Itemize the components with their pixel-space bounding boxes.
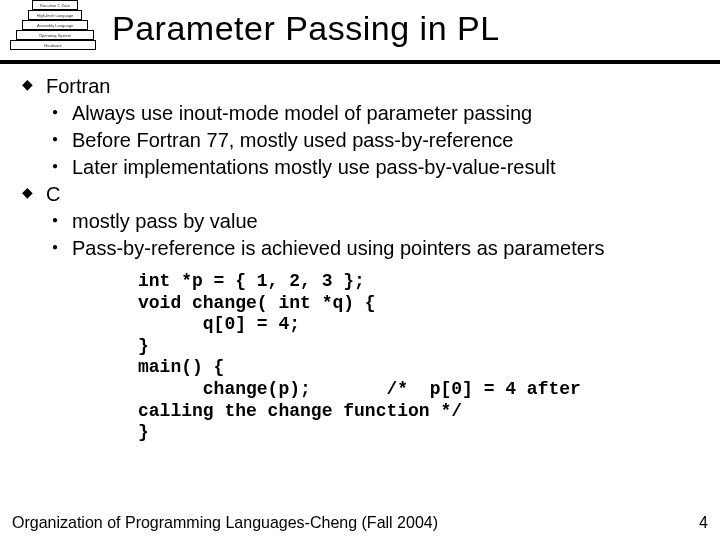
sub-bullet: Always use inout-mode model of parameter…	[46, 101, 702, 126]
bullet-list: Fortran Always use inout-mode model of p…	[18, 74, 702, 261]
bullet-c: C mostly pass by value Pass-by-reference…	[18, 182, 702, 261]
logo-layer-5: Hardware	[10, 40, 96, 50]
bullet-label: C	[46, 183, 60, 205]
bullet-label: Fortran	[46, 75, 110, 97]
slide-footer: Organization of Programming Languages-Ch…	[12, 514, 438, 532]
sub-bullet: Later implementations mostly use pass-by…	[46, 155, 702, 180]
sub-list: mostly pass by value Pass-by-reference i…	[46, 209, 702, 261]
code-block: int *p = { 1, 2, 3 }; void change( int *…	[18, 271, 702, 444]
sub-bullet: mostly pass by value	[46, 209, 702, 234]
sub-list: Always use inout-mode model of parameter…	[46, 101, 702, 180]
slide-title: Parameter Passing in PL	[112, 9, 500, 48]
logo-layer-4: Operating System	[16, 30, 94, 40]
logo-layer-3: Assembly Language	[22, 20, 88, 30]
bullet-fortran: Fortran Always use inout-mode model of p…	[18, 74, 702, 180]
stack-logo-icon: Run-time C Data High-level Language Asse…	[10, 0, 96, 56]
title-underline	[0, 60, 720, 64]
slide-body: Fortran Always use inout-mode model of p…	[0, 74, 720, 444]
page-number: 4	[699, 514, 708, 532]
logo-layer-1: Run-time C Data	[32, 0, 78, 10]
sub-bullet: Before Fortran 77, mostly used pass-by-r…	[46, 128, 702, 153]
slide-header: Run-time C Data High-level Language Asse…	[0, 0, 720, 56]
sub-bullet: Pass-by-reference is achieved using poin…	[46, 236, 702, 261]
logo-layer-2: High-level Language	[28, 10, 82, 20]
slide: Run-time C Data High-level Language Asse…	[0, 0, 720, 540]
